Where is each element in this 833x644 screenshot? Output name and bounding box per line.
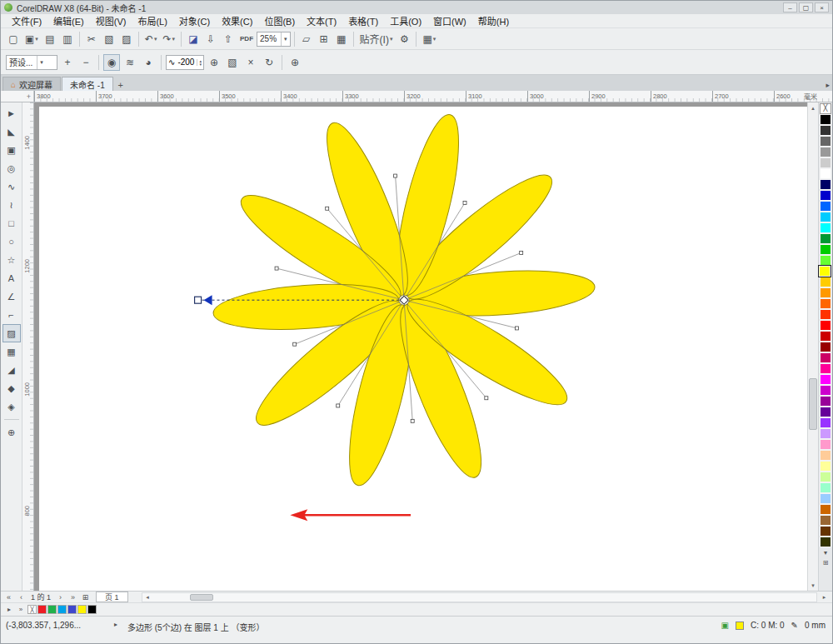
palette-swatch[interactable] bbox=[820, 309, 831, 320]
chevron-down-icon[interactable]: ▾ bbox=[172, 36, 176, 42]
document-palette-swatch[interactable] bbox=[47, 605, 57, 614]
horizontal-scroll-thumb[interactable] bbox=[190, 594, 213, 601]
palette-swatch[interactable] bbox=[820, 212, 831, 222]
menu-item-bitmaps[interactable]: 位图(B) bbox=[258, 13, 301, 28]
distortion-node[interactable] bbox=[485, 397, 488, 400]
first-page-button[interactable]: « bbox=[3, 592, 14, 602]
new-tab-button[interactable]: + bbox=[114, 78, 127, 91]
distortion-node[interactable] bbox=[463, 202, 466, 205]
no-color-swatch[interactable]: ╳ bbox=[820, 103, 831, 114]
connector-tool[interactable]: ⌐ bbox=[2, 306, 21, 324]
artistic-media-tool[interactable]: ≀ bbox=[2, 196, 21, 214]
palette-expand-icon[interactable]: ⊞ bbox=[820, 557, 831, 567]
crop-tool[interactable]: ▣ bbox=[2, 141, 21, 159]
twister-distortion-button[interactable]: ◕ bbox=[140, 54, 157, 71]
palette-swatch[interactable] bbox=[820, 277, 831, 287]
next-page-button[interactable]: › bbox=[55, 592, 66, 602]
undo-button[interactable]: ↶▾ bbox=[142, 31, 160, 47]
print-button[interactable]: ▥ bbox=[59, 31, 76, 47]
import-button[interactable]: ⇩ bbox=[202, 31, 219, 47]
menu-item-view[interactable]: 视图(V) bbox=[90, 13, 132, 28]
mesh-fill-tool[interactable]: ▦ bbox=[2, 342, 21, 361]
options-button[interactable]: ⚙ bbox=[396, 31, 412, 47]
export-button[interactable]: ⇧ bbox=[220, 31, 237, 47]
text-tool[interactable]: A bbox=[2, 269, 21, 287]
menu-item-effects[interactable]: 效果(C) bbox=[216, 13, 258, 28]
cut-button[interactable]: ✂ bbox=[83, 31, 100, 47]
distortion-node[interactable] bbox=[275, 267, 278, 270]
palette-scroll-down-icon[interactable]: ▾ bbox=[820, 547, 831, 557]
distortion-node[interactable] bbox=[293, 342, 297, 346]
palette-swatch[interactable] bbox=[820, 287, 831, 298]
scroll-left-icon[interactable]: ◂ bbox=[142, 592, 153, 602]
distortion-node[interactable] bbox=[411, 419, 414, 422]
redo-button[interactable]: ↷▾ bbox=[160, 31, 177, 47]
zoom-combo[interactable]: 25%▾ bbox=[257, 32, 291, 47]
last-page-button[interactable]: » bbox=[67, 592, 78, 602]
fill-color-swatch[interactable] bbox=[736, 622, 744, 630]
rectangle-tool[interactable]: □ bbox=[2, 214, 21, 232]
palette-swatch[interactable] bbox=[820, 233, 831, 244]
palette-swatch[interactable] bbox=[820, 255, 831, 266]
prev-page-button[interactable]: ‹ bbox=[16, 592, 27, 602]
distortion-center-node[interactable] bbox=[400, 296, 408, 304]
palette-swatch[interactable] bbox=[820, 190, 831, 201]
copy-button[interactable]: ▧ bbox=[101, 31, 117, 47]
palette-swatch[interactable] bbox=[820, 157, 831, 168]
tab-welcome-screen[interactable]: ⌂ 欢迎屏幕 bbox=[2, 77, 61, 91]
add-tool-button[interactable]: ⊕ bbox=[2, 423, 21, 442]
distortion-node[interactable] bbox=[326, 207, 329, 210]
scroll-down-icon[interactable]: ▾ bbox=[808, 580, 819, 591]
distortion-node[interactable] bbox=[520, 251, 523, 254]
horizontal-scrollbar[interactable]: ◂ bbox=[142, 592, 817, 602]
palette-swatch[interactable] bbox=[820, 179, 831, 190]
menu-item-object[interactable]: 对象(C) bbox=[173, 13, 216, 28]
vertical-scroll-track[interactable] bbox=[808, 113, 818, 580]
palette-swatch[interactable] bbox=[820, 450, 831, 461]
palette-swatch[interactable] bbox=[820, 417, 831, 428]
snap-dropdown[interactable]: 贴齐(I)▾ bbox=[357, 31, 396, 47]
tab-untitled-1[interactable]: 未命名 -1 bbox=[62, 77, 113, 91]
menu-item-edit[interactable]: 编辑(E) bbox=[47, 13, 90, 28]
minimize-button[interactable]: – bbox=[783, 2, 797, 12]
document-palette-swatch[interactable] bbox=[87, 605, 97, 614]
chevron-down-icon[interactable]: ▾ bbox=[154, 36, 157, 42]
scroll-up-icon[interactable]: ▴ bbox=[808, 102, 819, 113]
preset-combo[interactable]: 预设...▾ bbox=[6, 55, 57, 70]
scroll-right-icon[interactable]: ▸ bbox=[819, 592, 830, 602]
ruler-origin[interactable]: + bbox=[1, 91, 34, 102]
palette-swatch[interactable] bbox=[820, 168, 831, 179]
menu-item-table[interactable]: 表格(T) bbox=[342, 13, 384, 28]
launcher-button[interactable]: ▦▾ bbox=[420, 31, 438, 47]
push-pull-distortion-button[interactable]: ◉ bbox=[103, 54, 120, 71]
palette-swatch[interactable] bbox=[820, 385, 831, 396]
palette-swatch[interactable] bbox=[820, 352, 831, 363]
fill-tool[interactable]: ◆ bbox=[2, 379, 21, 397]
palette-swatch[interactable] bbox=[820, 320, 831, 331]
document-palette-swatch[interactable] bbox=[77, 605, 87, 614]
delete-preset-button[interactable]: − bbox=[77, 54, 94, 71]
palette-swatch[interactable] bbox=[820, 472, 831, 482]
polygon-tool[interactable]: ☆ bbox=[2, 251, 21, 269]
paste-button[interactable]: ▨ bbox=[118, 31, 135, 47]
dimension-tool[interactable]: ∠ bbox=[2, 287, 21, 306]
center-distortion-button[interactable]: ⊕ bbox=[287, 54, 303, 71]
distortion-node[interactable] bbox=[337, 404, 340, 407]
chevron-down-icon[interactable]: ▾ bbox=[281, 32, 287, 46]
new-document-button[interactable]: ▢ bbox=[5, 31, 22, 47]
interactive-fill-tool[interactable]: ◈ bbox=[2, 397, 21, 416]
palette-swatch[interactable] bbox=[820, 114, 831, 125]
vertical-scroll-thumb[interactable] bbox=[809, 378, 817, 430]
palette-swatch[interactable] bbox=[819, 266, 831, 277]
menu-item-layout[interactable]: 布局(L) bbox=[132, 13, 172, 28]
palette-swatch[interactable] bbox=[820, 396, 831, 407]
horizontal-ruler[interactable]: 3800370036003500340033003200310030002900… bbox=[34, 91, 833, 102]
menu-item-file[interactable]: 文件(F) bbox=[6, 13, 47, 28]
palette-swatch[interactable] bbox=[820, 439, 831, 450]
spinner-down-icon[interactable]: ▾ bbox=[199, 62, 202, 66]
palette-swatch[interactable] bbox=[820, 342, 831, 352]
chevron-down-icon[interactable]: ▾ bbox=[390, 36, 393, 42]
distortion-node[interactable] bbox=[394, 174, 397, 177]
menu-item-help[interactable]: 帮助(H) bbox=[472, 13, 515, 28]
palette-swatch[interactable] bbox=[820, 526, 831, 537]
